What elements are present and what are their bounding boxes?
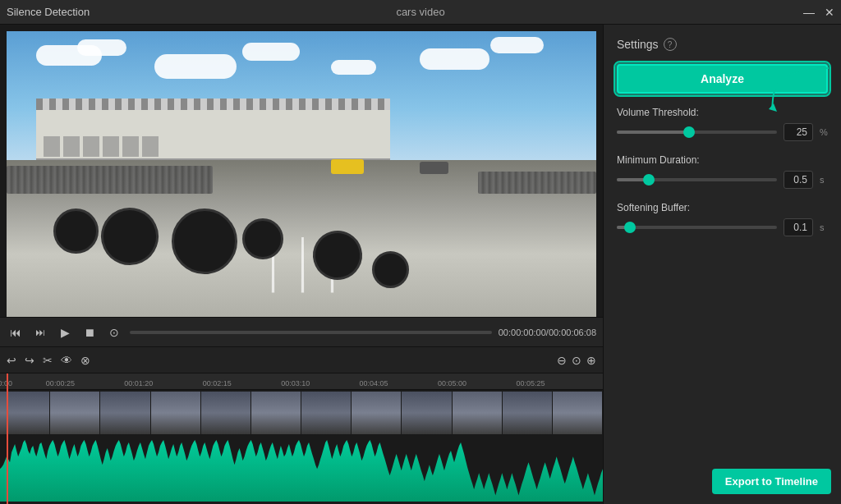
softening-buffer-row: 0.1 s <box>617 218 828 236</box>
thumb-5 <box>201 392 251 434</box>
close-button[interactable]: ✕ <box>825 7 834 18</box>
video-controls: ⏮ ⏭ ▶ ⏹ ⊙ 00:00:00:00/00:00:06:08 <box>0 317 603 346</box>
time-marker-3: 00:02:15 <box>203 379 232 387</box>
export-to-timeline-button[interactable]: Export to Timeline <box>712 469 831 494</box>
car-1 <box>331 159 364 174</box>
video-name: cars video <box>396 6 444 18</box>
minimize-button[interactable]: — <box>803 7 815 18</box>
timeline-toolbar: ↩ ↪ ✂ 👁 ⊗ ⊖ ⊙ ⊕ <box>0 346 603 373</box>
minimum-duration-row: 0.5 s <box>617 171 828 189</box>
thumb-10 <box>453 392 503 434</box>
thumb-2 <box>50 392 100 434</box>
play-button[interactable]: ▶ <box>56 323 74 341</box>
volume-threshold-section: Volume Threshold: 25 % <box>617 107 828 141</box>
skip-back-button[interactable]: ⏭ <box>31 323 49 341</box>
thumb-9 <box>402 392 452 434</box>
hide-button[interactable]: 👁 <box>61 354 72 367</box>
building <box>36 108 390 160</box>
rewind-button[interactable]: ⏮ <box>7 323 25 341</box>
minimum-duration-label: Minimum Duration: <box>617 154 828 166</box>
softening-buffer-unit: s <box>820 222 828 232</box>
cut-button[interactable]: ✂ <box>43 354 53 367</box>
main-content: ⏮ ⏭ ▶ ⏹ ⊙ 00:00:00:00/00:00:06:08 ↩ ↪ ✂ … <box>0 25 841 504</box>
softening-buffer-value: 0.1 <box>784 218 813 236</box>
volume-threshold-label: Volume Threshold: <box>617 107 828 118</box>
title-bar-left: Silence Detection <box>7 6 90 18</box>
time-marker-4: 00:03:10 <box>281 379 310 387</box>
zoom-in-button[interactable]: ⊕ <box>586 354 596 367</box>
softening-buffer-thumb[interactable] <box>624 222 636 233</box>
minimum-duration-unit: s <box>820 175 828 185</box>
softening-buffer-section: Softening Buffer: 0.1 s <box>617 202 828 236</box>
left-panel: ⏮ ⏭ ▶ ⏹ ⊙ 00:00:00:00/00:00:06:08 ↩ ↪ ✂ … <box>0 25 603 504</box>
right-panel: Settings ? Analyze Volume Threshold: 25 … <box>603 25 841 504</box>
minimum-duration-track[interactable] <box>617 178 777 181</box>
minimum-duration-value: 0.5 <box>784 171 813 189</box>
thumb-3 <box>100 392 150 434</box>
thumb-6 <box>251 392 301 434</box>
car-2 <box>420 162 448 174</box>
timeline-ruler: 00:00 00:00:25 00:01:20 00:02:15 00:03:1… <box>0 373 603 390</box>
crowd-2 <box>478 172 596 195</box>
thumb-4 <box>151 392 201 434</box>
title-bar: Silence Detection cars video — ✕ <box>0 0 841 25</box>
building-roof <box>36 99 390 110</box>
undo-button[interactable]: ↩ <box>7 354 16 367</box>
time-marker-1: 00:00:25 <box>46 379 75 387</box>
zoom-controls: ⊖ ⊙ ⊕ <box>557 354 596 367</box>
volume-threshold-track[interactable] <box>617 131 777 134</box>
waveform-svg <box>0 436 603 502</box>
stop-button[interactable]: ⏹ <box>80 323 99 341</box>
playhead <box>7 373 8 504</box>
delete-button[interactable]: ⊗ <box>80 354 90 367</box>
cloud-7 <box>490 37 544 53</box>
title-bar-controls: — ✕ <box>803 7 834 18</box>
time-marker-7: 00:05:25 <box>516 379 545 387</box>
settings-header: Settings ? <box>617 38 828 51</box>
thumb-12 <box>553 392 603 434</box>
time-marker-2: 00:01:20 <box>124 379 153 387</box>
minimum-duration-section: Minimum Duration: 0.5 s <box>617 154 828 189</box>
app-title: Silence Detection <box>7 6 90 18</box>
waveform-container <box>0 436 603 504</box>
softening-buffer-label: Softening Buffer: <box>617 202 828 213</box>
loop-button[interactable]: ⊙ <box>105 323 123 341</box>
time-display: 00:00:00:00/00:00:06:08 <box>499 328 596 337</box>
video-scene <box>7 31 596 317</box>
cloud-3 <box>154 54 237 79</box>
minimum-duration-thumb[interactable] <box>643 174 655 186</box>
volume-threshold-row: 25 % <box>617 123 828 141</box>
timeline-area[interactable]: 00:00 00:00:25 00:01:20 00:02:15 00:03:1… <box>0 373 603 504</box>
track-line-2 <box>301 237 304 292</box>
time-marker-5: 00:04:05 <box>360 379 388 387</box>
cloud-5 <box>331 60 376 75</box>
tire-3 <box>172 208 237 274</box>
help-icon[interactable]: ? <box>664 38 677 51</box>
volume-threshold-fill <box>617 131 689 134</box>
softening-buffer-track[interactable] <box>617 226 777 229</box>
thumb-8 <box>352 392 402 434</box>
zoom-out-button[interactable]: ⊖ <box>557 354 567 367</box>
volume-threshold-value: 25 <box>784 123 813 141</box>
settings-title: Settings <box>617 38 659 51</box>
volume-threshold-unit: % <box>820 127 828 137</box>
cloud-6 <box>420 48 489 70</box>
time-marker-6: 00:05:00 <box>438 379 466 387</box>
thumb-7 <box>301 392 352 434</box>
zoom-circle-button[interactable]: ⊙ <box>572 354 581 367</box>
analyze-button[interactable]: Analyze <box>617 64 828 94</box>
thumbnail-strip <box>0 392 603 434</box>
progress-bar[interactable] <box>130 331 492 334</box>
redo-button[interactable]: ↪ <box>25 354 34 367</box>
crowd <box>7 166 213 195</box>
volume-threshold-thumb[interactable] <box>683 126 695 138</box>
cloud-4 <box>242 43 300 61</box>
video-preview <box>7 31 596 317</box>
cloud-2 <box>77 39 126 56</box>
thumb-11 <box>503 392 553 434</box>
